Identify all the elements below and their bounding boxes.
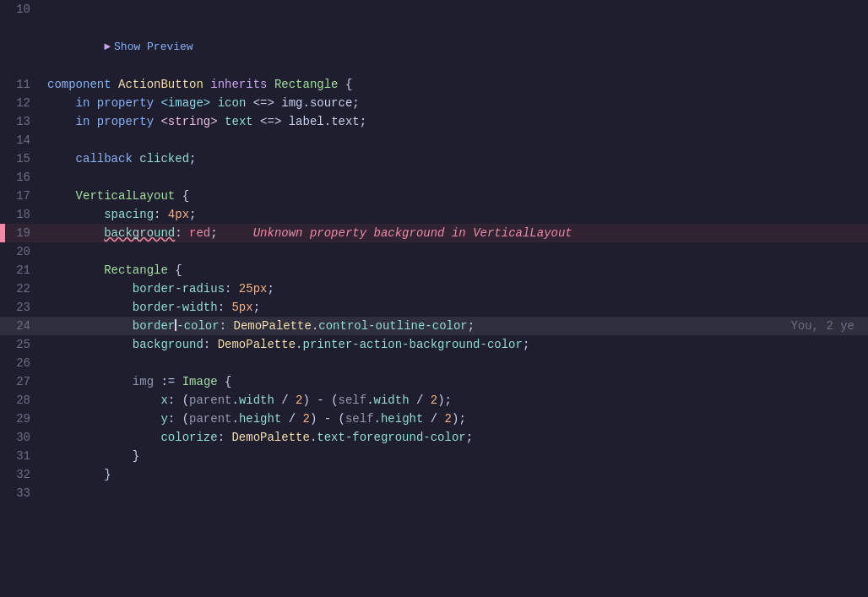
line-number-22: 22 — [5, 280, 41, 298]
line-content-14 — [41, 131, 868, 149]
line-content-29: y: (parent.height / 2) - (self.height / … — [41, 410, 868, 428]
line-number-13: 13 — [5, 112, 41, 131]
line-content-32: } — [41, 465, 868, 484]
editor-container: 10 ► Show Preview 11 component ActionBut… — [0, 0, 868, 597]
line-content-11: component ActionButton inherits Rectangl… — [41, 75, 868, 94]
line-20: 20 — [0, 242, 868, 261]
line-number-28: 28 — [5, 391, 41, 410]
line-number-33: 33 — [5, 484, 41, 502]
line-23: 23 border-width: 5px; — [0, 298, 868, 317]
line-content-30: colorize: DemoPalette.text-foreground-co… — [41, 428, 868, 447]
line-21: 21 Rectangle { — [0, 261, 868, 280]
show-preview-row: ► Show Preview — [0, 19, 868, 75]
line-number-25: 25 — [5, 335, 41, 354]
line-28: 28 x: (parent.width / 2) - (self.width /… — [0, 391, 868, 410]
line-number-24: 24 — [5, 317, 41, 335]
line-16: 16 — [0, 168, 868, 187]
line-33: 33 — [0, 484, 868, 502]
line-number-18: 18 — [5, 205, 41, 224]
line-number-27: 27 — [5, 372, 41, 391]
line-hint-24: You, 2 ye — [790, 317, 868, 335]
line-number-12: 12 — [5, 94, 41, 112]
line-15: 15 callback clicked; — [0, 149, 868, 168]
line-17: 17 VerticalLayout { — [0, 187, 868, 205]
line-content-13: in property <string> text <=> label.text… — [41, 112, 868, 131]
line-number-11: 11 — [5, 75, 41, 94]
line-content-20 — [41, 242, 868, 261]
line-27: 27 img := Image { — [0, 372, 868, 391]
line-content-28: x: (parent.width / 2) - (self.width / 2)… — [41, 391, 868, 410]
line-18: 18 spacing: 4px; — [0, 205, 868, 224]
line-content-10 — [41, 0, 868, 19]
line-number-10: 10 — [5, 0, 41, 19]
line-content-19: background: red; Unknown property backgr… — [41, 224, 868, 242]
line-24: 24 border-color: DemoPalette.control-out… — [0, 317, 868, 335]
line-content-25: background: DemoPalette.printer-action-b… — [41, 335, 868, 354]
line-content-18: spacing: 4px; — [41, 205, 868, 224]
line-number-29: 29 — [5, 410, 41, 428]
line-number-19: 19 — [5, 224, 41, 242]
show-preview-button[interactable]: ► Show Preview — [104, 38, 193, 57]
line-number-20: 20 — [5, 242, 41, 261]
line-30: 30 colorize: DemoPalette.text-foreground… — [0, 428, 868, 447]
line-content-21: Rectangle { — [41, 261, 868, 280]
line-content-22: border-radius: 25px; — [41, 280, 868, 298]
line-number-sp — [5, 19, 41, 75]
line-number-26: 26 — [5, 354, 41, 372]
line-number-16: 16 — [5, 168, 41, 187]
line-29: 29 y: (parent.height / 2) - (self.height… — [0, 410, 868, 428]
line-number-17: 17 — [5, 187, 41, 205]
line-content-31: } — [41, 447, 868, 465]
show-preview-arrow: ► — [104, 38, 111, 57]
line-content-sp: ► Show Preview — [41, 19, 868, 75]
line-19: 19 background: red; Unknown property bac… — [0, 224, 868, 242]
line-content-26 — [41, 354, 868, 372]
show-preview-label: Show Preview — [114, 38, 193, 57]
line-number-32: 32 — [5, 465, 41, 484]
line-13: 13 in property <string> text <=> label.t… — [0, 112, 868, 131]
line-25: 25 background: DemoPalette.printer-actio… — [0, 335, 868, 354]
code-area: 10 ► Show Preview 11 component ActionBut… — [0, 0, 868, 597]
line-number-21: 21 — [5, 261, 41, 280]
line-26: 26 — [0, 354, 868, 372]
line-number-31: 31 — [5, 447, 41, 465]
line-content-24: border-color: DemoPalette.control-outlin… — [41, 317, 868, 335]
line-content-16 — [41, 168, 868, 187]
line-22: 22 border-radius: 25px; — [0, 280, 868, 298]
line-11: 11 component ActionButton inherits Recta… — [0, 75, 868, 94]
line-10: 10 — [0, 0, 868, 19]
line-number-15: 15 — [5, 149, 41, 168]
line-32: 32 } — [0, 465, 868, 484]
line-content-12: in property <image> icon <=> img.source; — [41, 94, 868, 112]
line-content-17: VerticalLayout { — [41, 187, 868, 205]
line-number-30: 30 — [5, 428, 41, 447]
line-content-27: img := Image { — [41, 372, 868, 391]
line-number-14: 14 — [5, 131, 41, 149]
line-content-23: border-width: 5px; — [41, 298, 868, 317]
error-message-19: Unknown property background in VerticalL… — [253, 226, 572, 240]
line-12: 12 in property <image> icon <=> img.sour… — [0, 94, 868, 112]
line-content-15: callback clicked; — [41, 149, 868, 168]
line-content-33 — [41, 484, 868, 502]
line-14: 14 — [0, 131, 868, 149]
line-number-23: 23 — [5, 298, 41, 317]
line-31: 31 } — [0, 447, 868, 465]
